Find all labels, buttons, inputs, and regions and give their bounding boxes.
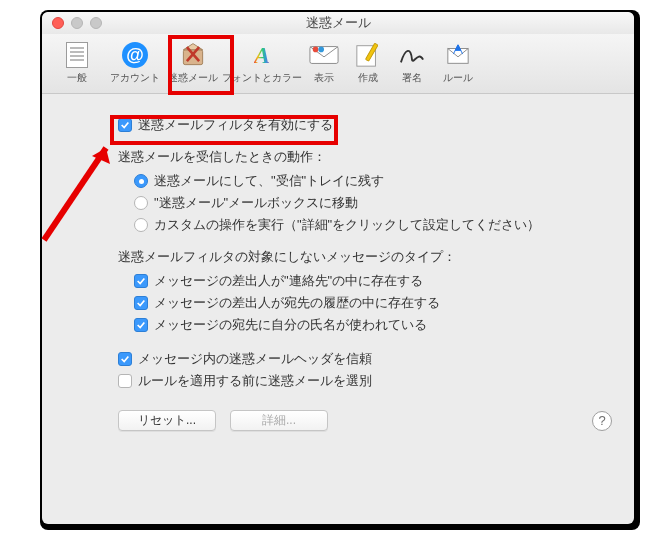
view-icon [309, 41, 339, 69]
general-icon [62, 41, 92, 69]
exempt-checkbox-previous[interactable] [134, 296, 148, 310]
exempt-label-0: メッセージの差出人が"連絡先"の中に存在する [154, 272, 423, 290]
signature-icon [397, 41, 427, 69]
reset-button[interactable]: リセット... [118, 410, 216, 431]
window-title: 迷惑メール [42, 14, 634, 32]
svg-point-5 [313, 47, 319, 53]
behavior-heading: 迷惑メールを受信したときの動作： [118, 148, 612, 166]
toolbar-signatures[interactable]: 署名 [390, 38, 434, 87]
exempt-checkbox-contacts[interactable] [134, 274, 148, 288]
trust-header-checkbox[interactable] [118, 352, 132, 366]
svg-point-6 [318, 47, 324, 53]
titlebar: 迷惑メール [42, 12, 634, 34]
arrow-icon [24, 130, 124, 250]
enable-junk-filter-label: 迷惑メールフィルタを有効にする [138, 116, 333, 134]
preferences-window: 迷惑メール 一般 @ アカウント [42, 12, 634, 524]
behavior-radio-custom[interactable] [134, 218, 148, 232]
behavior-label-1: "迷惑メール"メールボックスに移動 [154, 194, 358, 212]
account-icon: @ [120, 41, 150, 69]
exempt-heading: 迷惑メールフィルタの対象にしないメッセージのタイプ： [118, 248, 612, 266]
toolbar-junk[interactable]: 迷惑メール [164, 38, 222, 87]
toolbar-viewing[interactable]: 表示 [302, 38, 346, 87]
junk-icon [178, 41, 208, 69]
behavior-label-2: カスタムの操作を実行（"詳細"をクリックして設定してください） [154, 216, 540, 234]
toolbar: 一般 @ アカウント 迷惑メール A フォントとカラ [42, 34, 634, 94]
svg-rect-0 [183, 50, 202, 65]
apply-rules-label: ルールを適用する前に迷惑メールを選別 [138, 372, 372, 390]
font-icon: A [247, 41, 277, 69]
help-button[interactable]: ? [592, 411, 612, 431]
apply-rules-checkbox[interactable] [118, 374, 132, 388]
svg-line-10 [44, 148, 106, 240]
toolbar-general[interactable]: 一般 [48, 38, 106, 87]
toolbar-compose[interactable]: 作成 [346, 38, 390, 87]
svg-marker-1 [183, 44, 202, 50]
behavior-radio-leave-in-inbox[interactable] [134, 174, 148, 188]
rules-icon [443, 41, 473, 69]
toolbar-accounts[interactable]: @ アカウント [106, 38, 164, 87]
advanced-button: 詳細... [230, 410, 328, 431]
exempt-checkbox-fullname[interactable] [134, 318, 148, 332]
exempt-label-2: メッセージの宛先に自分の氏名が使われている [154, 316, 427, 334]
behavior-label-0: 迷惑メールにして、"受信"トレイに残す [154, 172, 384, 190]
trust-header-label: メッセージ内の迷惑メールヘッダを信頼 [138, 350, 372, 368]
exempt-label-1: メッセージの差出人が宛先の履歴の中に存在する [154, 294, 440, 312]
compose-icon [353, 41, 383, 69]
behavior-radio-move-to-junk[interactable] [134, 196, 148, 210]
toolbar-rules[interactable]: ルール [434, 38, 482, 87]
toolbar-fonts[interactable]: A フォントとカラー [222, 38, 302, 87]
junk-mail-pane: 迷惑メールフィルタを有効にする 迷惑メールを受信したときの動作： 迷惑メールにし… [42, 94, 634, 524]
